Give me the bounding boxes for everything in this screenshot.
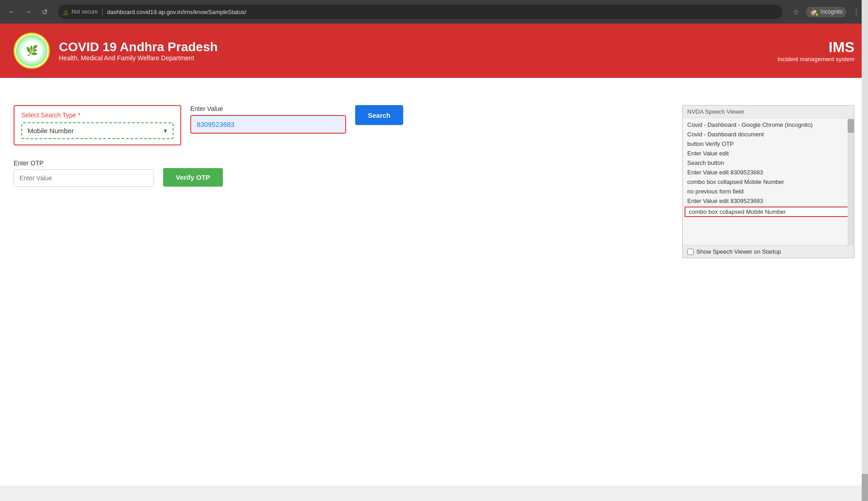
back-button[interactable]: ← <box>5 5 18 18</box>
forward-button[interactable]: → <box>22 5 34 18</box>
show-speech-viewer-checkbox[interactable] <box>687 249 694 255</box>
menu-button[interactable]: ⋮ <box>850 5 863 18</box>
header-left: 🌿 COVID 19 Andhra Pradesh Health, Medica… <box>14 33 218 69</box>
incognito-badge: 🕵 Incognito <box>806 7 846 17</box>
site-logo: 🌿 <box>14 33 50 69</box>
verify-otp-button[interactable]: Verify OTP <box>163 168 223 187</box>
nvda-line-2: button Verify OTP <box>683 139 854 149</box>
nvda-line-1: Covid - Dashboard document <box>683 130 854 139</box>
nvda-footer: Show Speech Viewer on Startup <box>683 245 854 258</box>
search-button[interactable]: Search <box>355 105 403 125</box>
logo-icon: 🌿 <box>26 45 38 57</box>
search-type-container: Select Search Type * Mobile Number ▼ <box>14 105 181 145</box>
search-button-container: Search <box>355 105 403 126</box>
enter-value-label: Enter Value <box>190 105 346 112</box>
page-scrollbar-thumb <box>862 474 868 501</box>
warning-icon: △ <box>63 9 68 15</box>
header-right: IMS Incident management system <box>777 39 854 63</box>
site-title: COVID 19 Andhra Pradesh <box>59 40 218 54</box>
site-subtitle: Health, Medical And Family Welfare Depar… <box>59 54 218 62</box>
site-header: 🌿 COVID 19 Andhra Pradesh Health, Medica… <box>0 24 868 78</box>
incognito-icon: 🕵 <box>810 8 819 16</box>
not-secure-label: Not secure <box>72 9 98 15</box>
browser-chrome: ← → ↺ △ Not secure | dashboard.covid19.a… <box>0 0 868 24</box>
nvda-line-7: no previous form field <box>683 187 854 196</box>
search-type-select[interactable]: Mobile Number <box>22 123 173 138</box>
show-speech-viewer-label: Show Speech Viewer on Startup <box>696 248 781 255</box>
address-bar: △ Not secure | dashboard.covid19.ap.gov.… <box>58 5 782 19</box>
nvda-line-3: Enter Value edit <box>683 149 854 158</box>
nvda-line-4: Search button <box>683 158 854 168</box>
separator: | <box>101 8 103 16</box>
nvda-line-5: Enter Value edit 8309523683 <box>683 168 854 177</box>
bookmark-button[interactable]: ☆ <box>790 5 802 18</box>
search-type-label: Select Search Type * <box>21 111 174 119</box>
search-type-select-wrapper: Mobile Number ▼ <box>21 122 174 139</box>
ims-subtitle: Incident management system <box>777 56 854 63</box>
ims-title: IMS <box>777 39 854 56</box>
nvda-line-9-highlighted: combo box collapsed Mobile Number <box>685 207 852 217</box>
nvda-line-6: combo box collapsed Mobile Number <box>683 177 854 187</box>
otp-input[interactable] <box>14 169 154 187</box>
otp-label: Enter OTP <box>14 159 154 167</box>
nvda-line-8: Enter Value edit 8309523683 <box>683 196 854 206</box>
otp-container: Enter OTP <box>14 159 154 187</box>
nvda-speech-viewer: NVDA Speech Viewer Covid - Dashboard - G… <box>682 105 854 258</box>
nvda-title: NVDA Speech Viewer <box>683 106 854 118</box>
required-marker: * <box>78 111 80 119</box>
nvda-content: Covid - Dashboard - Google Chrome (Incog… <box>683 118 854 245</box>
nvda-scrollbar-thumb <box>848 119 854 133</box>
incognito-label: Incognito <box>820 9 843 15</box>
nvda-line-0: Covid - Dashboard - Google Chrome (Incog… <box>683 120 854 130</box>
value-input-wrapper <box>190 115 346 134</box>
enter-value-input[interactable] <box>191 116 345 133</box>
page-scrollbar[interactable] <box>862 0 868 501</box>
nvda-scrollbar[interactable] <box>848 118 854 245</box>
enter-value-section: Enter Value <box>190 105 346 134</box>
search-type-label-text: Select Search Type <box>21 111 76 119</box>
url-text: dashboard.covid19.ap.gov.in/ims/knowSamp… <box>107 9 246 15</box>
main-content: Select Search Type * Mobile Number ▼ Ent… <box>0 78 868 486</box>
browser-actions: ☆ 🕵 Incognito ⋮ <box>790 5 863 18</box>
header-title: COVID 19 Andhra Pradesh Health, Medical … <box>59 40 218 62</box>
logo-inner: 🌿 <box>16 35 48 67</box>
select-inner: Mobile Number ▼ <box>22 123 173 138</box>
reload-button[interactable]: ↺ <box>38 5 51 18</box>
